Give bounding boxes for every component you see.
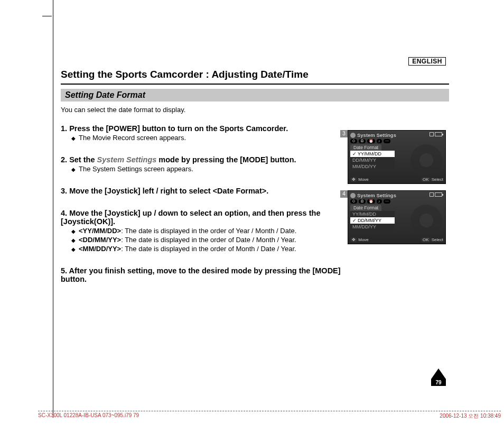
battery-icon (435, 192, 442, 197)
step-3: 3. Move the [Joystick] left / right to s… (61, 187, 357, 195)
option-item: MM/DD/YY (350, 224, 395, 230)
hint-select: OK Select (421, 237, 443, 242)
screenshot-column: 3 System Settings ⏲🗓⏰♪⋯ Date Format ✓YY/… (348, 130, 446, 251)
option-item: YY/MM/DD (350, 211, 395, 217)
bullet-icon: ◆ (71, 246, 76, 252)
option-selected: ✓YY/MM/DD (350, 151, 395, 157)
step-number: 2. (61, 155, 67, 164)
selection-arrow-icon: ✓ (352, 218, 357, 223)
status-icons (430, 192, 442, 197)
step-title: 4. Move the [Joystick] up / down to sele… (61, 209, 357, 226)
opt-tag: <DD/MM/YY> (79, 236, 121, 244)
option-selected: ✓DD/MM/YY (350, 217, 395, 224)
sub-item: ◆<YY/MM/DD>: The date is displayed in th… (71, 227, 357, 235)
tab-icon: ⏰ (367, 199, 375, 204)
hint-move: ✥ Move (350, 237, 369, 242)
tab-icon: ⋯ (384, 139, 390, 143)
battery-icon (435, 132, 442, 136)
tab-icon: ⋯ (384, 199, 390, 204)
step-number: 4. (61, 209, 67, 217)
opt-tag: <MM/DD/YY> (79, 245, 121, 253)
tab-icon: ♪ (377, 139, 382, 143)
step-1: 1. Press the [POWER] button to turn on t… (61, 124, 357, 142)
tab-label: Date Format (350, 144, 381, 151)
tab-icon: ♪ (377, 199, 382, 204)
step-text: After you finish setting, move to the de… (61, 266, 341, 283)
step-number: 3. (61, 187, 67, 195)
gear-icon (350, 133, 356, 138)
tab-label: Date Format (350, 205, 381, 211)
screen-footer: ✥ Move OK Select (350, 177, 443, 182)
step-5: 5. After you finish setting, move to the… (61, 266, 357, 283)
step-subs: ◆The Movie Record screen appears. (61, 134, 357, 142)
steps-list: 1. Press the [POWER] button to turn on t… (61, 124, 357, 283)
step-text-italic: System Settings (97, 155, 157, 164)
step-text-post: mode by pressing the [MODE] button. (156, 155, 296, 164)
screenshot-4: 4 System Settings ⏲🗓⏰♪⋯ Date Format YY/M… (348, 190, 446, 244)
step-title: 2. Set the System Settings mode by press… (61, 155, 357, 164)
arrow-up-icon (431, 368, 446, 379)
ok-icon: OK (421, 177, 431, 182)
hint-select: OK Select (421, 177, 443, 182)
tab-icon: 🗓 (359, 199, 366, 204)
step-title: 3. Move the [Joystick] left / right to s… (61, 187, 357, 195)
opt-tag: <YY/MM/DD> (79, 227, 121, 235)
options-list: ✓YY/MM/DD DD/MM/YY MM/DD/YY (350, 151, 395, 170)
options-list: YY/MM/DD ✓DD/MM/YY MM/DD/YY (350, 211, 395, 230)
sub-item: ◆The System Settings screen appears. (71, 165, 357, 173)
screen-title: System Settings (357, 192, 396, 198)
bullet-icon: ◆ (71, 237, 76, 243)
section-heading: Setting Date Format (61, 89, 449, 102)
status-icons (430, 132, 442, 136)
title-underline (61, 84, 449, 85)
step-subs: ◆The System Settings screen appears. (61, 165, 357, 173)
gear-watermark-icon (410, 144, 442, 176)
sub-item: ◆<MM/DD/YY>: The date is displayed in th… (71, 245, 357, 253)
step-2: 2. Set the System Settings mode by press… (61, 155, 357, 173)
step-title: 1. Press the [POWER] button to turn on t… (61, 124, 357, 133)
step-4: 4. Move the [Joystick] up / down to sele… (61, 209, 357, 253)
crop-mark-h (42, 16, 52, 16)
dpad-icon: ✥ (350, 177, 357, 182)
screenshot-3: 3 System Settings ⏲🗓⏰♪⋯ Date Format ✓YY/… (348, 130, 446, 184)
intro-text: You can select the date format to displa… (61, 106, 454, 114)
device-screen: System Settings ⏲🗓⏰♪⋯ Date Format ✓YY/MM… (348, 130, 446, 184)
sub-text: The System Settings screen appears. (79, 165, 193, 173)
tab-icons-row: ⏲🗓⏰♪⋯ (350, 139, 443, 143)
page-title: Setting the Sports Camcorder : Adjusting… (61, 69, 454, 80)
gear-watermark-icon (410, 205, 442, 236)
opt-desc: : The date is displayed in the order of … (121, 245, 296, 253)
option-text: YY/MM/DD (358, 151, 381, 156)
page-number: 79 (431, 379, 446, 386)
gear-icon (350, 193, 356, 198)
opt-desc: : The date is displayed in the order of … (121, 236, 296, 244)
card-icon (430, 132, 434, 136)
step-number: 5. (61, 266, 67, 275)
screen-title: System Settings (357, 132, 396, 138)
tab-icon: ⏲ (350, 139, 357, 143)
screenshot-number-badge: 4 (340, 190, 348, 198)
screen-footer: ✥ Move OK Select (350, 237, 443, 242)
page-frame: ENGLISH Setting the Sports Camcorder : A… (53, 0, 454, 418)
step-text: Move the [Joystick] up / down to select … (61, 209, 320, 226)
step-title: 5. After you finish setting, move to the… (61, 266, 357, 283)
step-text: Move the [Joystick] left / right to sele… (69, 187, 268, 195)
tab-icons-row: ⏲🗓⏰♪⋯ (350, 199, 443, 204)
option-text: DD/MM/YY (358, 218, 381, 223)
footer-left: SC-X300L 01228A-IB-USA 073~095.i79 79 (38, 412, 139, 420)
step-number: 1. (61, 124, 67, 133)
selection-arrow-icon: ✓ (352, 151, 357, 156)
tab-icon: 🗓 (359, 139, 366, 143)
tab-icon: ⏲ (350, 199, 357, 204)
ok-icon: OK (421, 237, 431, 242)
bullet-icon: ◆ (71, 135, 76, 141)
step-text: Press the [POWER] button to turn on the … (69, 124, 288, 133)
hint-move: ✥ Move (350, 177, 369, 182)
screenshot-number-badge: 3 (340, 130, 348, 137)
sub-item: ◆The Movie Record screen appears. (71, 134, 357, 142)
bullet-icon: ◆ (71, 228, 76, 234)
step-text-pre: Set the (69, 155, 97, 164)
option-item: MM/DD/YY (350, 163, 395, 170)
page-number-marker: 79 (431, 368, 446, 386)
sub-text: The Movie Record screen appears. (79, 134, 186, 142)
